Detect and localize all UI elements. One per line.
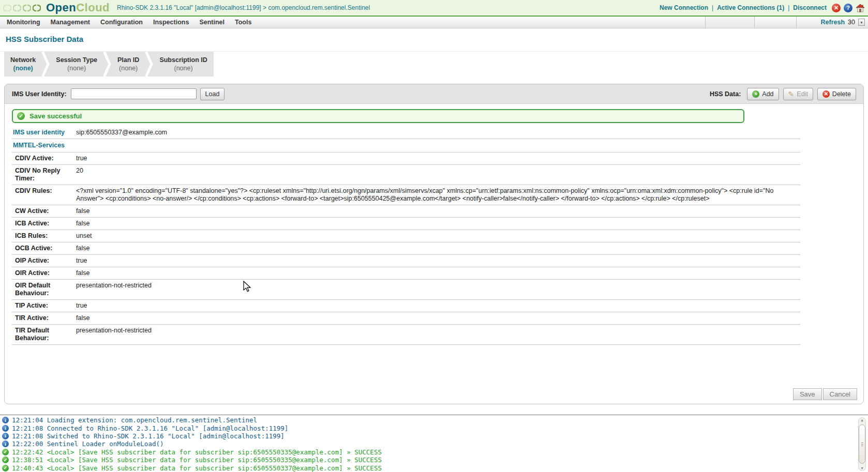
refresh-link[interactable]: Refresh — [821, 19, 845, 26]
row-value: presentation-not-restricted — [74, 281, 800, 298]
row-label: CW Active: — [12, 207, 74, 216]
chain-link-icon — [13, 4, 21, 12]
header-links: New Connection|Active Connections (1)|Di… — [660, 4, 827, 11]
wizard-step-session-type[interactable]: Session Type(none) — [50, 52, 103, 77]
row-label: OIP Active: — [12, 256, 74, 265]
log-lines: i12:21:04 Loading extension: com.openclo… — [2, 416, 868, 472]
app-window: OpenCloud Rhino-SDK 2.3.1.16 "Local" [ad… — [0, 0, 868, 472]
delete-icon: ✕ — [822, 90, 830, 98]
scrollbar-up-arrow[interactable]: ▲ — [859, 418, 865, 422]
menu-item-management[interactable]: Management — [46, 19, 95, 26]
row-value: false — [74, 207, 800, 216]
info-icon: i — [2, 440, 9, 447]
wizard-strip: Network(none)Session Type(none)Plan ID(n… — [4, 52, 214, 77]
row-value: false — [74, 269, 800, 278]
opencloud-logo: OpenCloud — [46, 2, 110, 13]
row-label: OCB Active: — [12, 244, 74, 253]
save-button[interactable]: Save — [793, 388, 822, 400]
row-value: presentation-not-restricted — [74, 326, 800, 343]
cancel-button[interactable]: Cancel — [823, 388, 857, 400]
wizard-step-plan-id[interactable]: Plan ID(none) — [111, 52, 145, 77]
close-connection-icon[interactable]: ✕ — [832, 4, 841, 12]
row-label: CDIV No Reply Timer: — [12, 166, 74, 183]
header-link-new-connection[interactable]: New Connection — [660, 4, 708, 11]
row-label: TIR Active: — [12, 314, 74, 323]
wizard-step-subscription-id[interactable]: Subscription ID(none) — [153, 52, 213, 77]
success-icon: ✓ — [2, 465, 9, 471]
refresh-cell: Refresh 30 ▼ — [796, 17, 868, 28]
log-text: 12:21:08 Switched to Rhino-SDK 2.3.1.16 … — [12, 432, 285, 440]
log-line: i12:21:08 Switched to Rhino-SDK 2.3.1.16… — [2, 432, 868, 440]
chain-link-icon — [3, 4, 11, 12]
log-line: i12:22:00 Sentinel Loader onModuleLoad() — [2, 440, 868, 448]
scrollbar-thumb[interactable] — [859, 424, 865, 464]
help-icon[interactable]: ? — [844, 4, 852, 12]
wizard-step-label: Subscription ID — [159, 56, 207, 64]
table-row: MMTEL-Services — [12, 139, 800, 153]
log-text: 12:21:08 Connected to Rhino-SDK 2.3.1.16… — [12, 424, 288, 432]
row-value: true — [74, 256, 800, 265]
menu-item-inspections[interactable]: Inspections — [148, 19, 194, 26]
menu-cell-empty — [754, 17, 796, 28]
ims-user-identity-input[interactable] — [71, 88, 197, 99]
row-value: true — [74, 154, 800, 163]
row-value: false — [74, 219, 800, 228]
console-scrollbar[interactable]: ▲ ▼ — [858, 417, 866, 471]
table-row: OIR Default Behaviour:presentation-not-r… — [12, 280, 800, 300]
scrollbar-down-arrow[interactable]: ▼ — [859, 466, 865, 470]
log-text: 12:22:42 <Local> [Save HSS subscriber da… — [12, 448, 382, 456]
refresh-interval-value: 30 — [848, 19, 855, 26]
table-row: OIR Active:false — [12, 267, 800, 280]
success-check-icon: ✓ — [17, 112, 25, 120]
chevron-separator-icon — [103, 52, 111, 77]
add-icon: + — [752, 90, 759, 98]
row-label: MMTEL-Services — [12, 141, 74, 150]
refresh-interval-spinner[interactable]: ▼ — [858, 19, 865, 26]
menu-bar: MonitoringManagementConfigurationInspect… — [0, 17, 868, 28]
row-label: TIR Default Behaviour: — [12, 326, 74, 343]
row-label: ICB Rules: — [12, 232, 74, 240]
log-text: 12:21:04 Loading extension: com.openclou… — [12, 416, 257, 424]
wizard-step-network[interactable]: Network(none) — [4, 52, 42, 77]
wizard-step-value: (none) — [119, 64, 138, 72]
header-link-disconnect[interactable]: Disconnect — [793, 4, 827, 11]
edit-button[interactable]: ✎ Edit — [783, 88, 813, 100]
wizard-step-label: Session Type — [56, 56, 97, 64]
success-icon: ✓ — [2, 449, 9, 455]
row-value: 20 — [74, 166, 800, 183]
table-row: CDIV Rules:<?xml version="1.0" encoding=… — [12, 185, 800, 205]
menu-item-sentinel[interactable]: Sentinel — [194, 19, 230, 26]
connection-title: Rhino-SDK 2.3.1.16 "Local" [admin@localh… — [117, 4, 370, 11]
success-icon: ✓ — [2, 456, 9, 463]
ims-user-identity-label: IMS User Identity: — [12, 90, 67, 98]
menu-item-monitoring[interactable]: Monitoring — [2, 19, 46, 26]
delete-button[interactable]: ✕ Delete — [817, 88, 856, 100]
page-title: HSS Subscriber Data — [6, 35, 83, 43]
wizard-step-value: (none) — [174, 64, 192, 72]
link-separator: | — [788, 4, 789, 11]
wizard-step-label: Plan ID — [117, 56, 139, 64]
load-button[interactable]: Load — [200, 88, 225, 100]
table-row: TIR Active:false — [12, 312, 800, 325]
home-icon[interactable] — [856, 4, 865, 12]
chain-link-icon — [33, 4, 41, 12]
row-label: CDIV Rules: — [12, 187, 74, 203]
table-row: CDIV No Reply Timer:20 — [12, 165, 800, 185]
edit-pencil-icon: ✎ — [788, 90, 795, 98]
log-line: i12:21:04 Loading extension: com.openclo… — [2, 416, 868, 424]
row-label: CDIV Active: — [12, 154, 74, 163]
row-label: OIR Default Behaviour: — [12, 281, 74, 298]
info-icon: i — [2, 425, 9, 432]
wizard-step-value: (none) — [67, 64, 86, 72]
hss-data-label: HSS Data: — [710, 90, 741, 98]
chain-link-icon — [23, 4, 31, 12]
add-button[interactable]: + Add — [747, 88, 779, 100]
header-link-active-connections-1-[interactable]: Active Connections (1) — [717, 4, 784, 11]
hss-data-buttons: + Add ✎ Edit ✕ Delete — [747, 88, 856, 100]
row-label: ICB Active: — [12, 219, 74, 228]
menu-item-tools[interactable]: Tools — [230, 19, 257, 26]
table-row: CW Active:false — [12, 205, 800, 218]
log-text: 12:22:00 Sentinel Loader onModuleLoad() — [12, 440, 164, 448]
row-label: IMS user identity — [12, 128, 74, 137]
menu-item-configuration[interactable]: Configuration — [95, 19, 148, 26]
